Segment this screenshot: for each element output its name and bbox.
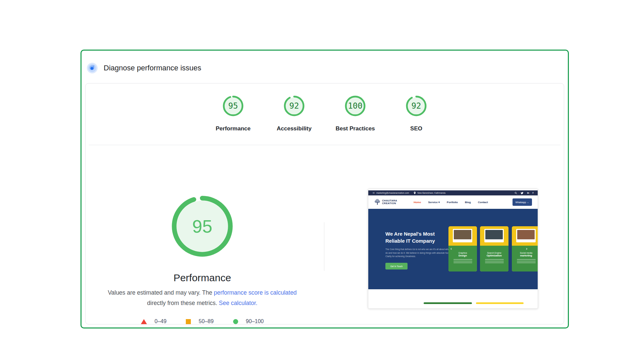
thumb-topbar: ✉ marketing@chautaracreation.com New Ban… bbox=[368, 190, 538, 195]
gauge-score: 92 bbox=[284, 96, 305, 116]
gauge: 95 bbox=[223, 96, 244, 116]
carousel-next-icon: › bbox=[526, 246, 527, 251]
thumb-service-card-graphics-design: Graphics Design bbox=[448, 226, 477, 272]
gauge-label: SEO bbox=[410, 125, 422, 132]
see-calculator-link[interactable]: See calculator. bbox=[219, 300, 258, 306]
average-square-icon bbox=[186, 319, 191, 324]
laptop-photo bbox=[453, 229, 472, 242]
legend-average: 50–89 bbox=[186, 318, 214, 324]
thumb-brand-name: CHAUTARA CREATION bbox=[382, 199, 397, 205]
score-disclaimer: Values are estimated and may vary. The p… bbox=[108, 288, 297, 308]
thumb-whatsapp-button: Whatsapp → bbox=[513, 198, 532, 206]
lighthouse-icon bbox=[87, 63, 98, 73]
gauge: 92 bbox=[284, 96, 305, 116]
fail-triangle-icon bbox=[141, 319, 147, 324]
gauge-label: Best Practices bbox=[335, 125, 375, 132]
vertical-divider bbox=[324, 222, 324, 271]
summary-gauge-row: 95 Performance 92 Accessibility bbox=[86, 96, 564, 132]
thumb-email: marketing@chautaracreation.com bbox=[376, 192, 409, 194]
gauge-score: 92 bbox=[406, 96, 427, 116]
twitter-icon bbox=[521, 192, 524, 194]
gauge-label: Performance bbox=[216, 125, 251, 132]
thumb-progress-bar-yellow bbox=[476, 302, 524, 304]
gauge: 92 bbox=[406, 96, 427, 116]
envelope-icon: ✉ bbox=[373, 192, 375, 194]
page-title: Diagnose performance issues bbox=[104, 64, 201, 72]
card-description-lines bbox=[485, 259, 504, 263]
tree-logo-icon bbox=[374, 198, 381, 206]
legend-pass-range: 90–100 bbox=[246, 318, 264, 324]
thumb-service-card-seo: Search Engine Optimization bbox=[480, 226, 508, 272]
thumb-nav-blog: Blog bbox=[465, 201, 471, 204]
gauge-label: Accessibility bbox=[277, 125, 312, 132]
score-calc-link[interactable]: performance score is calculated bbox=[214, 289, 297, 296]
location-pin-icon bbox=[414, 191, 416, 194]
thumb-nav-contact: Contact bbox=[478, 201, 488, 204]
card-body: Social media marketing bbox=[512, 246, 538, 272]
summary-gauge-seo[interactable]: 92 SEO bbox=[396, 96, 437, 132]
facebook-icon: f bbox=[533, 192, 533, 194]
card-description-lines bbox=[517, 259, 536, 263]
carousel-prev-icon: ‹ bbox=[450, 246, 452, 251]
page: Diagnose performance issues 95 Performan… bbox=[0, 0, 644, 362]
laptop-photo bbox=[516, 229, 536, 242]
thumb-nav-portfolio: Portfolio bbox=[447, 201, 458, 204]
summary-gauge-performance[interactable]: 95 Performance bbox=[213, 96, 254, 132]
thumb-hero: We Are Nepal's Most Reliable IT Company … bbox=[368, 209, 538, 289]
pass-circle-icon bbox=[233, 319, 238, 324]
card-body: Search Engine Optimization bbox=[480, 246, 508, 272]
search-icon bbox=[515, 192, 517, 194]
summary-gauge-accessibility[interactable]: 92 Accessibility bbox=[274, 96, 315, 132]
thumb-nav-menu: Home Service ▾ Portfolio Blog Contact bbox=[414, 201, 488, 204]
thumb-hero-paragraph: The Core thing that defines Us is not wh… bbox=[385, 248, 455, 258]
main-gauge-score: 95 bbox=[171, 195, 233, 257]
thumb-service-card-social-media: Social media marketing bbox=[512, 226, 538, 272]
card-title: Search Engine Optimization bbox=[480, 252, 508, 257]
page-screenshot-thumbnail[interactable]: ✉ marketing@chautaracreation.com New Ban… bbox=[368, 189, 538, 309]
thumb-get-in-touch-button: Get In Touch bbox=[385, 263, 408, 269]
score-legend: 0–49 50–89 90–100 bbox=[141, 318, 264, 324]
thumb-navbar: CHAUTARA CREATION Home Service ▾ Portfol… bbox=[368, 195, 538, 209]
thumb-location: New Baneshwor, Kathmandu bbox=[418, 192, 446, 194]
linkedin-icon: in bbox=[527, 192, 529, 194]
thumb-nav-service: Service ▾ bbox=[428, 201, 440, 204]
legend-pass: 90–100 bbox=[233, 318, 264, 324]
thumb-logo: CHAUTARA CREATION bbox=[374, 198, 397, 206]
legend-fail-range: 0–49 bbox=[155, 318, 167, 324]
gauge-score: 95 bbox=[223, 96, 244, 116]
card-header: Diagnose performance issues bbox=[87, 63, 201, 73]
card-title: Graphics Design bbox=[448, 252, 477, 257]
lighthouse-icon-dot bbox=[91, 67, 93, 70]
chevron-down-icon: ▾ bbox=[438, 201, 440, 204]
card-title: Social media marketing bbox=[512, 252, 538, 257]
gauge: 100 bbox=[345, 96, 366, 116]
summary-gauge-best-practices[interactable]: 100 Best Practices bbox=[335, 96, 376, 132]
performance-section-title: Performance bbox=[173, 272, 231, 284]
legend-average-range: 50–89 bbox=[199, 318, 214, 324]
thumb-social-icons: in f bbox=[515, 192, 533, 194]
card-description-lines bbox=[453, 259, 472, 263]
disclaimer-line-1: Values are estimated and may vary. The p… bbox=[108, 288, 297, 298]
disclaimer-line-2: directly from these metrics. See calcula… bbox=[108, 298, 297, 308]
section-divider bbox=[89, 145, 560, 145]
thumb-hero-heading: We Are Nepal's Most Reliable IT Company bbox=[385, 230, 435, 244]
diagnose-performance-card: Diagnose performance issues 95 Performan… bbox=[80, 50, 569, 328]
thumb-nav-home: Home bbox=[414, 201, 421, 204]
gauge-score: 100 bbox=[345, 96, 366, 116]
laptop-photo bbox=[484, 229, 504, 242]
performance-detail-section: 95 Performance Values are estimated and … bbox=[95, 195, 310, 324]
card-body: Graphics Design bbox=[448, 246, 477, 272]
legend-fail: 0–49 bbox=[141, 318, 167, 324]
performance-main-gauge[interactable]: 95 bbox=[171, 195, 233, 257]
thumb-progress-bar-green bbox=[424, 302, 472, 304]
